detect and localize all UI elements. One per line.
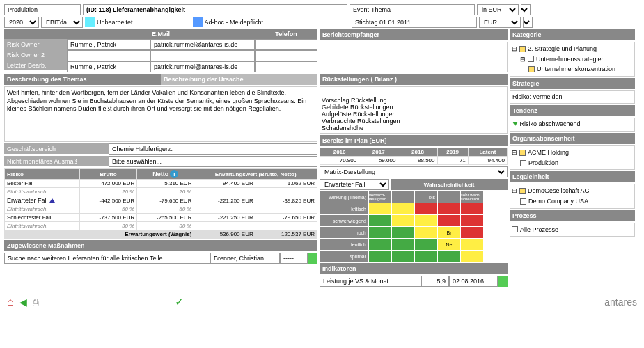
last-edit-name[interactable]: Rummel, Patrick (67, 61, 150, 72)
plan-table: 2016201720182019Latent 70.80059.00088.50… (320, 148, 508, 165)
massnahme-status-icon (308, 253, 317, 264)
berichtsempf-box[interactable] (320, 42, 508, 72)
status-blue-icon (193, 17, 203, 27)
description-text[interactable]: Weit hinten, hinter den Wortbergen, fern… (4, 86, 317, 142)
owner2-email[interactable] (150, 50, 255, 61)
rs-item: Aufgelöste Rückstellungen (322, 111, 505, 118)
rs-item: Verbrauchte Rückstellungen (322, 118, 505, 125)
tendenz-value: Risiko abschwächend (510, 118, 635, 132)
ebitda-select[interactable]: EBITda (41, 17, 83, 28)
dropdown-2[interactable] (523, 17, 533, 28)
desc-theme-header[interactable]: Beschreibung des Themas (4, 74, 161, 85)
telefon-header: Telefon (255, 29, 317, 39)
arrow-down-icon (512, 122, 518, 126)
kategorie-header: Kategorie (510, 29, 635, 40)
triangle-up-icon (49, 198, 55, 203)
tendenz-header: Tendenz (510, 105, 635, 116)
stichtag-field: Stichtag 01.01.2011 (352, 17, 477, 28)
geschaeftsbereich-label: Geschäftsbereich (4, 143, 109, 154)
status-cyan-icon (85, 17, 95, 27)
produktion-field[interactable]: Produktion (4, 4, 81, 15)
strategie-value: Risiko: vermeiden (510, 90, 635, 104)
owner1-name[interactable]: Rummel, Patrick (67, 39, 150, 50)
indikator-status-icon (498, 276, 508, 287)
massnahme-who[interactable]: Brenner, Christian (210, 253, 280, 264)
owner2-tel[interactable] (255, 50, 317, 61)
rueckstellungen-header: Rückstellungen ( Bilanz ) (320, 74, 508, 85)
owner2-name[interactable] (67, 50, 150, 61)
desc-cause-header[interactable]: Beschreibung der Ursache (161, 74, 317, 85)
legal-tree[interactable]: ⊟DemoGesellschaft AG Demo Company USA (510, 184, 635, 208)
erwarteter-fall-select[interactable]: Erwarteter Fall (320, 179, 389, 190)
risk-owner2-label: Risk Owner 2 (4, 49, 67, 60)
massnahme-dash: ----- (280, 253, 308, 264)
owner1-email[interactable]: patrick.rummel@antares-is.de (150, 39, 255, 50)
dropdown-1[interactable] (521, 4, 531, 15)
logo: antares (604, 296, 637, 308)
year-select[interactable]: 2020 (4, 17, 39, 28)
org-tree[interactable]: ⊟ACME Holding Produktion (510, 145, 635, 170)
home-icon[interactable]: ⌂ (7, 296, 14, 308)
last-edit-label: Letzter Bearb. (4, 60, 67, 70)
berichtsempf-header: Berichtsempfänger (320, 29, 508, 40)
rs-item: Schadenshöhe (322, 125, 505, 132)
last-edit-tel[interactable] (255, 61, 317, 72)
info-icon[interactable]: i (170, 170, 178, 178)
indikator-text[interactable]: Leistung je VS & Monat (320, 276, 421, 287)
event-field[interactable]: Event-Thema (350, 4, 475, 15)
indikator-date: 02.08.2016 (449, 276, 498, 287)
prozess-header: Prozess (510, 210, 635, 221)
check-icon[interactable]: ✓ (175, 295, 184, 308)
back-icon[interactable]: ◀ (19, 296, 27, 308)
risk-owner-label: Risk Owner (4, 39, 67, 49)
wahrsch-header: Wahrscheinlichkeit (391, 179, 508, 190)
rs-item: Gebildete Rückstellungen (322, 104, 505, 111)
prozess-tree[interactable]: Alle Prozesse (510, 223, 635, 237)
indikatoren-header: Indikatoren (320, 263, 508, 274)
geschaeftsbereich-value[interactable]: Chemie Halbfertigerz. (109, 143, 317, 155)
print-icon[interactable]: ⎙ (33, 296, 38, 308)
plan-header: Bereits im Plan [EUR] (320, 135, 508, 146)
risk-matrix[interactable]: Wirkung (Thema)vernach-lässigbarbissehr … (320, 191, 508, 262)
nma-select[interactable]: Bitte auswählen... (109, 156, 317, 167)
kategorie-tree[interactable]: ⊟2. Strategie und Planung ⊟Unternehmenss… (510, 42, 635, 77)
indikator-value: 5,9 (421, 276, 449, 287)
rs-item: Vorschlag Rückstellung (322, 97, 505, 104)
risk-table: RisikoBruttoNetto iErwartungswert (Brutt… (4, 168, 317, 239)
email-header: E.Mail (67, 29, 255, 39)
nma-label: Nicht monetäres Ausmaß (4, 156, 109, 166)
currency-select[interactable]: in EUR (477, 4, 519, 15)
massnahmen-header: Zugewiesene Maßnahmen (4, 240, 317, 251)
owner1-tel[interactable] (255, 39, 317, 50)
unbearbeitet-label: Unbearbeitet (97, 19, 133, 26)
adhoc-label: Ad-hoc - Meldepflicht (205, 19, 264, 26)
org-header: Organisationseinheit (510, 133, 635, 144)
last-edit-email[interactable]: patrick.rummel@antares-is.de (150, 61, 255, 72)
massnahme-text[interactable]: Suche nach weiteren Lieferanten für alle… (4, 253, 210, 264)
title-field: (ID: 118) Lieferantenabhängigkeit (83, 4, 347, 15)
legal-header: Legaleinheit (510, 171, 635, 182)
matrix-select[interactable]: Matrix-Darstellung (320, 166, 508, 177)
strategie-header: Strategie (510, 78, 635, 89)
eur-select[interactable]: EUR (479, 17, 521, 28)
